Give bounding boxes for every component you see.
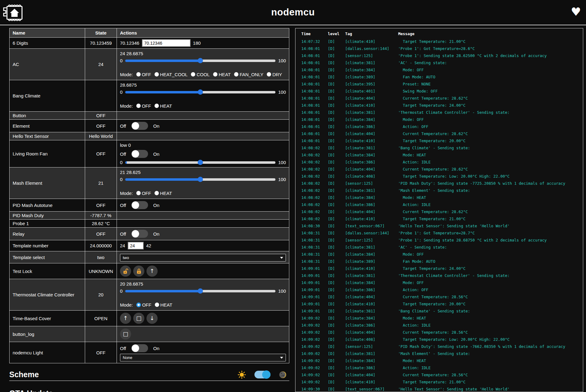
log-time: 14:09:01 (301, 307, 328, 315)
entity-name: Bang Climate (10, 80, 85, 112)
log-row: 14:08:02[D][climate:381]'Mash Element' -… (301, 187, 582, 194)
log-level: [D] (328, 364, 345, 371)
mode-option[interactable]: FAN_ONLY (234, 72, 263, 77)
entity-state (85, 80, 117, 112)
log-message: Fan Mode: AUTO (398, 258, 582, 265)
mode-radio[interactable] (267, 72, 271, 76)
moon-icon (279, 371, 287, 379)
log-level: [D] (328, 208, 345, 215)
mode-radio[interactable] (155, 191, 159, 195)
column-header-name: Name (10, 28, 85, 38)
arrow-down-button[interactable]: ↓ (146, 313, 158, 324)
mode-radio[interactable] (234, 72, 238, 76)
mode-option[interactable]: COOL (191, 72, 210, 77)
log-row: 14:08:02[D][climate:384] Mode: HEAT (301, 194, 582, 201)
mode-radio[interactable] (213, 72, 217, 76)
slider-max-label: 100 (278, 288, 286, 294)
log-message: Mode: OFF (398, 251, 582, 258)
toggle-switch[interactable] (131, 230, 148, 238)
log-row: 14:07:32[D][climate:410] Target Temperat… (301, 38, 582, 45)
select[interactable]: None (120, 354, 286, 361)
mode-radio[interactable] (155, 104, 159, 108)
mode-radio[interactable] (155, 72, 159, 76)
log-tag: [climate:395] (345, 80, 398, 88)
toggle-switch[interactable] (131, 201, 148, 209)
log-tag: [climate:381] (345, 350, 398, 357)
entity-name: Time-Based Cover (10, 311, 85, 326)
ota-section-header: OTA Update (9, 389, 289, 392)
arrow-up-icon: ↑ (150, 268, 154, 274)
log-message: 'Bang Climate' - Sending state: (398, 307, 582, 315)
number-input[interactable] (142, 39, 191, 47)
log-message: 'Probe 1': Got Temperature=28.6°C (398, 45, 582, 52)
entity-actions: OffOnNone (117, 342, 289, 363)
mode-row: Mode:OFFHEAT (120, 102, 286, 109)
slider-min-label: 0 (120, 58, 122, 63)
log-tag: [climate:404] (345, 329, 398, 336)
log-tag: [climate:381] (345, 272, 398, 279)
mode-radio[interactable] (136, 303, 141, 307)
entity-actions: two (117, 251, 289, 263)
mode-option-label: HEAT (160, 302, 172, 307)
entity-row: Template number24.0000002442 (10, 240, 289, 251)
log-level: [D] (328, 350, 345, 357)
mode-radio[interactable] (136, 191, 141, 195)
mode-label: Mode: (120, 191, 133, 196)
log-message: Current Temperature: 28.62°C (398, 208, 582, 215)
entity-name: Living Room Fan (10, 140, 85, 167)
unlock-button[interactable] (120, 266, 131, 277)
slider[interactable] (125, 91, 275, 93)
number-suffix-label: 180 (193, 40, 201, 46)
mode-option[interactable]: OFF (136, 302, 151, 307)
mode-radio[interactable] (136, 104, 141, 108)
slider[interactable] (125, 161, 275, 164)
mode-option[interactable]: DRY (267, 72, 282, 77)
mode-option[interactable]: OFF (136, 72, 151, 77)
log-time: 14:09:30 (301, 386, 328, 392)
log-time: 14:08:01 (301, 45, 328, 52)
toggle-switch[interactable] (131, 344, 148, 352)
log-time: 14:08:01 (301, 88, 328, 95)
entity-table-header: Name State Actions (10, 28, 289, 38)
mode-radio[interactable] (155, 303, 159, 307)
log-message: 'PID Mash Duty': Sending state -7662.083… (398, 343, 582, 350)
arrow-up-button[interactable]: ↑ (120, 313, 131, 324)
stop-button[interactable]: □ (133, 313, 144, 324)
lock-button[interactable] (133, 266, 144, 277)
mode-option[interactable]: HEAT (155, 191, 172, 196)
log-message: Preset: NONE (398, 80, 582, 88)
slider[interactable] (125, 178, 275, 181)
mode-option[interactable]: OFF (136, 103, 151, 109)
select[interactable]: two (120, 254, 286, 262)
entity-row: Thermostat Climate Controller2020 28.687… (10, 279, 289, 311)
mode-option[interactable]: HEAT_COOL (155, 72, 188, 77)
mode-option[interactable]: HEAT (155, 302, 172, 307)
stop-button[interactable]: □ (120, 328, 131, 340)
esphome-chip-logo-icon (2, 2, 26, 24)
toggle-switch[interactable] (131, 122, 148, 130)
log-time: 14:08:01 (301, 102, 328, 109)
log-time: 14:08:01 (301, 130, 328, 137)
log-level: [D] (328, 201, 345, 208)
mode-row: Mode:OFFHEAT_COOLCOOLHEATFAN_ONLYDRY (120, 71, 286, 78)
mode-option[interactable]: OFF (136, 191, 151, 196)
arrow-up-button[interactable]: ↑ (146, 266, 158, 277)
scheme-toggle[interactable] (254, 371, 270, 378)
entity-row: nodemcu LightOFFOffOnNone (10, 342, 289, 363)
log-row: 14:08:01[D][climate:384] Mode: OFF (301, 66, 582, 73)
log-level: [D] (328, 137, 345, 144)
log-message: Mode: HEAT (398, 194, 582, 201)
log-panel[interactable]: Time level Tag Message 14:07:32[D][clima… (295, 28, 583, 392)
slider[interactable] (125, 290, 275, 292)
toggle-switch[interactable] (131, 150, 148, 158)
mode-option[interactable]: HEAT (155, 103, 172, 109)
mode-radio[interactable] (136, 72, 141, 76)
mode-option-label: HEAT (219, 72, 231, 77)
slider-max-label: 100 (278, 160, 286, 165)
log-row: 14:09:02[D][climate:408] Target Temperat… (301, 336, 582, 343)
slider[interactable] (125, 60, 275, 62)
number-input[interactable] (128, 242, 144, 250)
mode-option[interactable]: HEAT (213, 72, 231, 77)
log-time: 14:08:01 (301, 66, 328, 73)
mode-radio[interactable] (191, 72, 195, 76)
